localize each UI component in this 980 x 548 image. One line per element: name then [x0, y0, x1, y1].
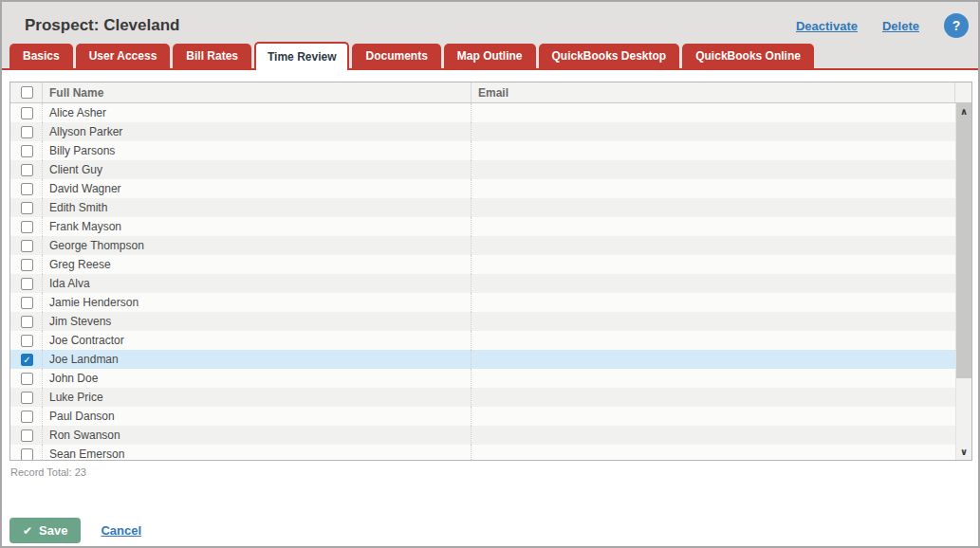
row-checkbox-cell [10, 183, 42, 195]
tab-basics[interactable]: Basics [9, 44, 73, 68]
tab-documents[interactable]: Documents [352, 44, 440, 68]
table-row[interactable]: Frank Mayson [10, 217, 971, 236]
row-email [471, 179, 971, 198]
row-checkbox[interactable] [21, 107, 33, 119]
row-email [471, 426, 971, 445]
table-row[interactable]: Alice Asher [10, 103, 971, 122]
tab-user-access[interactable]: User Access [76, 44, 171, 68]
row-checkbox-cell [10, 411, 42, 423]
vertical-scrollbar[interactable]: ∧ ∨ [955, 103, 971, 460]
row-checkbox[interactable] [21, 297, 33, 309]
row-checkbox-cell [10, 107, 42, 119]
row-email [471, 217, 971, 236]
row-email [471, 198, 971, 217]
row-checkbox[interactable] [21, 259, 33, 271]
table-row[interactable]: Sean Emerson [10, 445, 971, 460]
tab-quickbooks-online[interactable]: QuickBooks Online [682, 44, 814, 68]
tab-quickbooks-desktop[interactable]: QuickBooks Desktop [539, 44, 680, 68]
delete-link[interactable]: Delete [882, 19, 919, 33]
checkmark-icon: ✔ [23, 524, 32, 538]
row-full-name: Paul Danson [42, 407, 471, 426]
tab-time-review[interactable]: Time Review [254, 42, 349, 70]
row-email [471, 255, 971, 274]
record-total: Record Total: 23 [10, 466, 971, 478]
row-checkbox[interactable] [21, 373, 33, 385]
table-row[interactable]: Allyson Parker [10, 122, 971, 141]
table-row[interactable]: Billy Parsons [10, 141, 971, 160]
row-checkbox-cell [10, 164, 42, 176]
row-email [471, 331, 971, 350]
table-row[interactable]: Ida Alva [10, 274, 971, 293]
row-checkbox[interactable] [21, 126, 33, 138]
row-full-name: Jim Stevens [42, 312, 471, 331]
column-header-full-name: Full Name [42, 82, 471, 102]
row-checkbox[interactable] [21, 316, 33, 328]
tab-bill-rates[interactable]: Bill Rates [173, 44, 251, 68]
cancel-link[interactable]: Cancel [101, 523, 141, 538]
row-email [471, 388, 971, 407]
row-checkbox[interactable] [21, 335, 33, 347]
row-email [471, 445, 971, 460]
row-checkbox[interactable] [21, 183, 33, 195]
table-row[interactable]: Client Guy [10, 160, 971, 179]
row-checkbox[interactable] [21, 429, 33, 442]
deactivate-link[interactable]: Deactivate [796, 19, 858, 33]
help-icon[interactable]: ? [944, 13, 969, 38]
row-checkbox[interactable] [21, 164, 33, 176]
row-checkbox[interactable] [21, 202, 33, 214]
row-checkbox-cell [10, 126, 42, 138]
table-row[interactable]: John Doe [10, 369, 971, 388]
table-row[interactable]: ✓ Joe Landman [10, 350, 971, 369]
row-email [471, 103, 971, 122]
row-full-name: John Doe [42, 369, 471, 388]
table-row[interactable]: Jim Stevens [10, 312, 971, 331]
row-checkbox[interactable] [21, 448, 33, 461]
row-checkbox[interactable] [21, 221, 33, 233]
row-full-name: Luke Price [42, 388, 471, 407]
row-checkbox[interactable] [21, 278, 33, 290]
tab-map-outline[interactable]: Map Outline [444, 44, 536, 68]
table-row[interactable]: Edith Smith [10, 198, 971, 217]
row-checkbox[interactable] [21, 145, 33, 157]
scrollbar-thumb[interactable] [956, 119, 971, 378]
top-links: Deactivate Delete ? [796, 13, 969, 38]
table-row[interactable]: Greg Reese [10, 255, 971, 274]
row-checkbox-cell [10, 373, 42, 385]
row-full-name: Sean Emerson [42, 445, 471, 460]
row-checkbox-cell [10, 202, 42, 214]
row-checkbox-cell: ✓ [10, 354, 42, 366]
scroll-down-icon[interactable]: ∨ [956, 444, 971, 460]
title-row: Prospect: Cleveland Deactivate Delete ? [2, 2, 978, 40]
row-checkbox[interactable] [21, 392, 33, 404]
table-row[interactable]: Ron Swanson [10, 426, 971, 445]
row-full-name: Alice Asher [42, 103, 471, 122]
table-row[interactable]: Luke Price [10, 388, 971, 407]
content-area: Full Name Email Alice Asher Allyson Park… [2, 70, 978, 543]
select-all-checkbox[interactable] [21, 86, 33, 99]
row-checkbox[interactable] [21, 240, 33, 252]
row-checkbox[interactable] [21, 411, 33, 423]
column-header-email: Email [471, 82, 954, 102]
row-checkbox-cell [10, 145, 42, 157]
table-header: Full Name Email [10, 82, 971, 103]
row-email [471, 369, 971, 388]
scroll-up-icon[interactable]: ∧ [956, 103, 971, 119]
row-full-name: Ron Swanson [42, 426, 471, 445]
row-checkbox[interactable]: ✓ [21, 354, 33, 366]
row-checkbox-cell [10, 221, 42, 233]
table-body: Alice Asher Allyson Parker Billy Parsons… [10, 103, 971, 460]
table-row[interactable]: Paul Danson [10, 407, 971, 426]
row-email [471, 141, 971, 160]
row-full-name: Jamie Henderson [42, 293, 471, 312]
row-checkbox-cell [10, 278, 42, 290]
table-row[interactable]: George Thompson [10, 236, 971, 255]
table-row[interactable]: David Wagner [10, 179, 971, 198]
row-full-name: Edith Smith [42, 198, 471, 217]
row-checkbox-cell [10, 297, 42, 309]
row-email [471, 236, 971, 255]
table-row[interactable]: Joe Contractor [10, 331, 971, 350]
prospect-window: Prospect: Cleveland Deactivate Delete ? … [0, 0, 980, 548]
table-row[interactable]: Jamie Henderson [10, 293, 971, 312]
save-button[interactable]: ✔ Save [9, 518, 81, 543]
users-table: Full Name Email Alice Asher Allyson Park… [9, 82, 972, 461]
